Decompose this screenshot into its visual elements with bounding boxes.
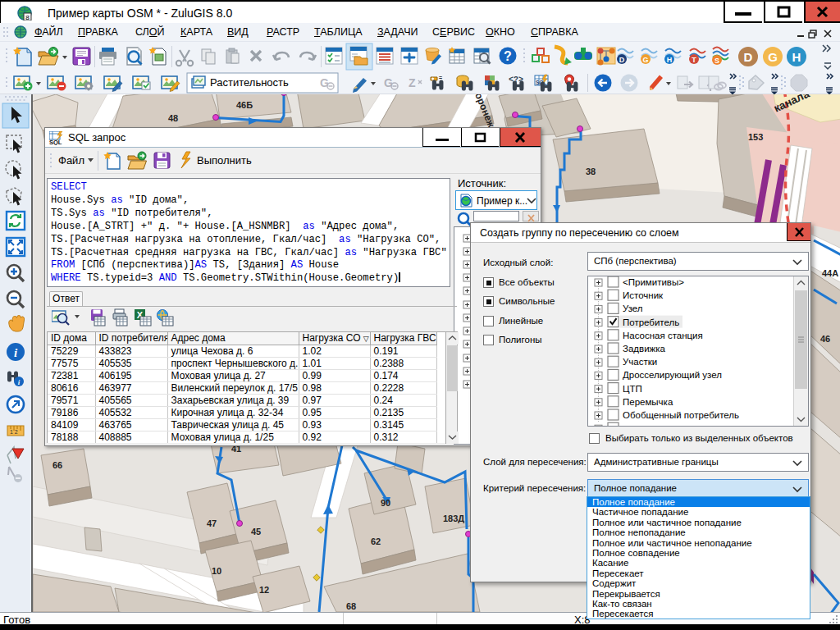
svg-text:62: 62 bbox=[371, 536, 381, 546]
svg-text:47: 47 bbox=[207, 518, 217, 528]
svg-text:G: G bbox=[768, 50, 778, 64]
svg-text:H: H bbox=[667, 56, 673, 64]
svg-text:48: 48 bbox=[168, 113, 178, 123]
svg-text:90: 90 bbox=[381, 498, 390, 508]
svg-text:Дросселирующий узел: Дросселирующий узел bbox=[623, 370, 722, 380]
svg-text:68: 68 bbox=[346, 601, 356, 611]
svg-text:ЦТП: ЦТП bbox=[623, 384, 642, 394]
svg-text:8: 8 bbox=[25, 14, 30, 21]
svg-text:45: 45 bbox=[251, 527, 261, 536]
svg-text:D: D bbox=[619, 56, 625, 64]
svg-text:66: 66 bbox=[52, 460, 62, 470]
svg-text:46Б: 46Б bbox=[236, 100, 253, 110]
svg-text:153: 153 bbox=[748, 132, 763, 142]
svg-text:44А: 44А bbox=[822, 268, 838, 278]
svg-text:T: T bbox=[692, 56, 696, 64]
svg-text:D: D bbox=[744, 50, 753, 64]
svg-text:Источник: Источник bbox=[623, 290, 664, 300]
svg-text:1 2: 1 2 bbox=[10, 429, 18, 435]
svg-text:10: 10 bbox=[212, 566, 221, 576]
svg-text:G: G bbox=[642, 56, 648, 64]
svg-text:=: = bbox=[439, 75, 442, 80]
svg-text:Z: Z bbox=[409, 76, 416, 89]
svg-text:46: 46 bbox=[820, 334, 830, 344]
svg-text:38: 38 bbox=[586, 167, 596, 176]
svg-text:S: S bbox=[714, 57, 719, 65]
svg-text:12: 12 bbox=[259, 585, 269, 595]
svg-text:Потребитель: Потребитель bbox=[623, 317, 679, 327]
svg-text:<Примитивы>: <Примитивы> bbox=[623, 277, 684, 287]
svg-text:Файл: Файл bbox=[58, 154, 84, 167]
svg-text:Выполнить: Выполнить bbox=[197, 154, 252, 167]
svg-text:Задвижка: Задвижка bbox=[623, 344, 666, 354]
svg-text:Обобщенный потребитель: Обобщенный потребитель bbox=[623, 410, 739, 420]
svg-text:183Д: 183Д bbox=[443, 514, 464, 523]
svg-text:Насосная станция: Насосная станция bbox=[623, 331, 703, 340]
svg-text:Узел: Узел bbox=[623, 304, 643, 313]
svg-text:SQL: SQL bbox=[49, 139, 62, 145]
svg-text:Растительность: Растительность bbox=[210, 76, 289, 89]
svg-text:Перемычка: Перемычка bbox=[623, 397, 673, 407]
svg-text:?: ? bbox=[504, 49, 512, 63]
svg-text:Участки: Участки bbox=[623, 357, 657, 367]
svg-text:H: H bbox=[792, 50, 801, 64]
